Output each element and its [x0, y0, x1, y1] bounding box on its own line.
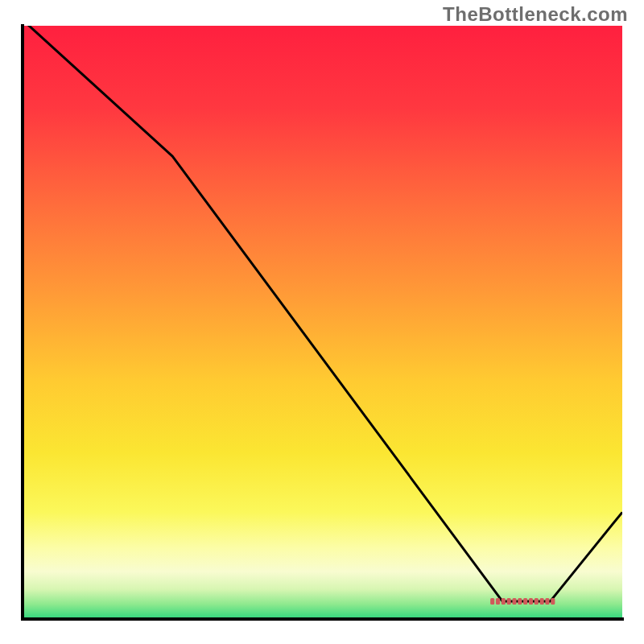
svg-rect-9 — [535, 598, 539, 605]
chart-container: TheBottleneck.com — [0, 0, 644, 644]
chart-svg — [0, 0, 644, 644]
svg-rect-8 — [529, 598, 533, 605]
plot-background — [23, 26, 622, 619]
svg-rect-5 — [512, 598, 516, 605]
svg-rect-3 — [502, 598, 506, 605]
svg-rect-4 — [507, 598, 511, 605]
svg-rect-6 — [518, 598, 522, 605]
svg-rect-10 — [540, 598, 544, 605]
svg-rect-1 — [490, 598, 494, 605]
watermark-text: TheBottleneck.com — [443, 3, 628, 26]
svg-rect-7 — [523, 598, 527, 605]
svg-rect-2 — [496, 598, 500, 605]
svg-rect-12 — [551, 598, 555, 605]
svg-rect-11 — [545, 598, 549, 605]
